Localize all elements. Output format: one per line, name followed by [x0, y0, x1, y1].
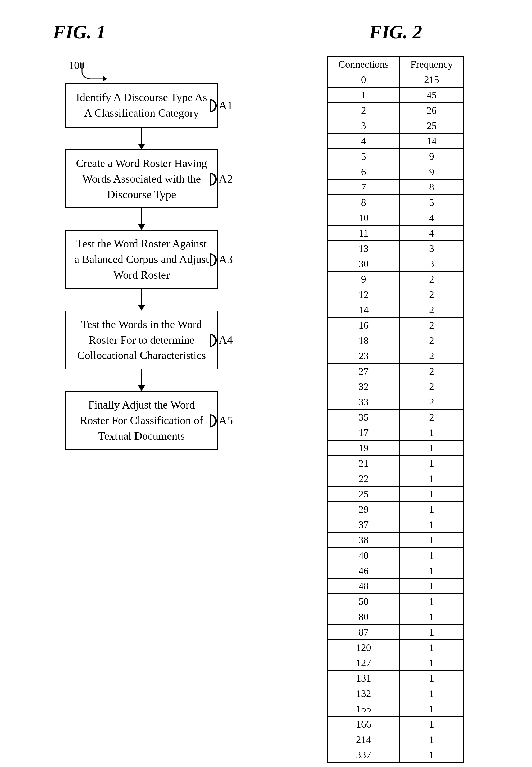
table-row: 145 — [328, 87, 463, 103]
table-row: 226 — [328, 103, 463, 118]
flow-item-a1: Identify A Discourse Type As A Classific… — [42, 83, 241, 128]
frequency-cell: 9 — [399, 164, 463, 179]
connections-cell: 166 — [328, 716, 399, 732]
connections-cell: 337 — [328, 747, 399, 763]
table-row: 69 — [328, 164, 463, 179]
flow-text-a3: Test the Word Roster Against a Balanced … — [74, 236, 210, 283]
table-row: 401 — [328, 548, 463, 563]
connections-cell: 14 — [328, 302, 399, 317]
frequency-cell: 1 — [399, 624, 463, 640]
table-row: 414 — [328, 133, 463, 149]
frequency-cell: 1 — [399, 670, 463, 686]
frequency-cell: 2 — [399, 333, 463, 348]
fig1-section: FIG. 1 100 Identify A Discourse Ty — [16, 21, 254, 763]
frequency-cell: 1 — [399, 532, 463, 548]
connections-cell: 23 — [328, 348, 399, 364]
flow-text-a2: Create a Word Roster Having Words Associ… — [74, 156, 210, 202]
flow-box-a1: Identify A Discourse Type As A Classific… — [65, 83, 218, 128]
frequency-cell: 1 — [399, 594, 463, 609]
flow-item-a2: Create a Word Roster Having Words Associ… — [42, 149, 241, 208]
connections-cell: 29 — [328, 502, 399, 517]
frequency-cell: 1 — [399, 548, 463, 563]
frequency-cell: 2 — [399, 302, 463, 317]
table-row: 322 — [328, 379, 463, 394]
table-row: 381 — [328, 532, 463, 548]
table-row: 191 — [328, 440, 463, 456]
table-row: 352 — [328, 410, 463, 425]
table-row: 291 — [328, 502, 463, 517]
frequency-cell: 2 — [399, 379, 463, 394]
table-row: 114 — [328, 225, 463, 241]
table-row: 221 — [328, 471, 463, 486]
frequency-cell: 1 — [399, 456, 463, 471]
flow-item-a4: Test the Words in the Word Roster For to… — [42, 311, 241, 369]
flow-box-a3: Test the Word Roster Against a Balanced … — [65, 230, 218, 289]
frequency-cell: 2 — [399, 394, 463, 410]
connections-cell: 9 — [328, 271, 399, 287]
flow-box-a4: Test the Words in the Word Roster For to… — [65, 311, 218, 369]
frequency-cell: 4 — [399, 210, 463, 225]
connections-cell: 5 — [328, 149, 399, 164]
table-row: 104 — [328, 210, 463, 225]
table-row: 0215 — [328, 72, 463, 87]
table-row: 171 — [328, 425, 463, 440]
frequency-cell: 2 — [399, 410, 463, 425]
table-row: 501 — [328, 594, 463, 609]
connections-cell: 30 — [328, 256, 399, 271]
connections-cell: 214 — [328, 732, 399, 747]
connections-cell: 11 — [328, 225, 399, 241]
connections-cell: 40 — [328, 548, 399, 563]
table-row: 59 — [328, 149, 463, 164]
connections-cell: 2 — [328, 103, 399, 118]
table-row: 801 — [328, 609, 463, 624]
table-row: 303 — [328, 256, 463, 271]
connections-cell: 12 — [328, 287, 399, 302]
frequency-cell: 2 — [399, 287, 463, 302]
frequency-cell: 8 — [399, 179, 463, 195]
table-row: 232 — [328, 348, 463, 364]
connections-cell: 27 — [328, 364, 399, 379]
frequency-cell: 25 — [399, 118, 463, 133]
frequency-cell: 5 — [399, 195, 463, 210]
frequency-cell: 1 — [399, 732, 463, 747]
connections-cell: 10 — [328, 210, 399, 225]
frequency-cell: 1 — [399, 440, 463, 456]
connections-cell: 132 — [328, 686, 399, 701]
frequency-cell: 2 — [399, 364, 463, 379]
frequency-cell: 26 — [399, 103, 463, 118]
connections-cell: 48 — [328, 578, 399, 594]
frequency-cell: 215 — [399, 72, 463, 87]
frequency-cell: 2 — [399, 317, 463, 333]
table-row: 162 — [328, 317, 463, 333]
flow-box-a5: Finally Adjust the Word Roster For Class… — [65, 391, 218, 450]
table-row: 1201 — [328, 640, 463, 655]
flow-item-a3: Test the Word Roster Against a Balanced … — [42, 230, 241, 289]
connections-cell: 19 — [328, 440, 399, 456]
frequency-cell: 1 — [399, 578, 463, 594]
connections-cell: 155 — [328, 701, 399, 716]
connections-cell: 87 — [328, 624, 399, 640]
svg-marker-0 — [103, 76, 107, 81]
frequency-cell: 1 — [399, 701, 463, 716]
table-row: 122 — [328, 287, 463, 302]
connections-cell: 50 — [328, 594, 399, 609]
frequency-cell: 9 — [399, 149, 463, 164]
connections-cell: 25 — [328, 486, 399, 502]
frequency-cell: 45 — [399, 87, 463, 103]
connections-cell: 16 — [328, 317, 399, 333]
connections-cell: 8 — [328, 195, 399, 210]
table-row: 481 — [328, 578, 463, 594]
table-row: 133 — [328, 241, 463, 256]
frequency-cell: 3 — [399, 241, 463, 256]
flow-text-a1: Identify A Discourse Type As A Classific… — [74, 90, 210, 121]
table-row: 1551 — [328, 701, 463, 716]
fig1-title: FIG. 1 — [53, 21, 106, 43]
frequency-cell: 2 — [399, 271, 463, 287]
table-row: 1271 — [328, 655, 463, 670]
table-row: 332 — [328, 394, 463, 410]
table-row: 92 — [328, 271, 463, 287]
connector-3 — [138, 289, 145, 311]
frequency-cell: 3 — [399, 256, 463, 271]
flow-item-a5: Finally Adjust the Word Roster For Class… — [42, 391, 241, 450]
frequency-cell: 1 — [399, 471, 463, 486]
